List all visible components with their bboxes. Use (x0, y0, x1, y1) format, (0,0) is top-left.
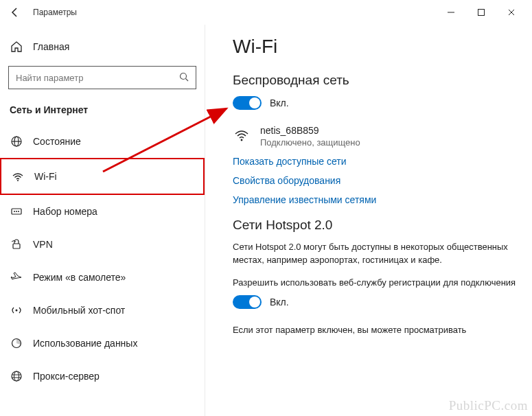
sidebar-item-airplane[interactable]: Режим «в самолете» (0, 261, 205, 294)
nav-list: Состояние Wi-Fi Набор номера VPN (0, 125, 205, 393)
close-button[interactable] (496, 1, 527, 23)
search-box[interactable] (8, 66, 196, 89)
link-hardware-props[interactable]: Свойства оборудования (233, 175, 524, 186)
sidebar-item-label: Использование данных (33, 338, 137, 349)
hotspot2-heading: Сети Hotspot 2.0 (233, 218, 524, 233)
vpn-icon (10, 238, 23, 251)
hotspot2-desc: Сети Hotspot 2.0 могут быть доступны в н… (233, 241, 521, 267)
sidebar-item-label: Состояние (33, 136, 81, 147)
wifi-signal-icon (233, 126, 251, 144)
svg-point-13 (16, 310, 18, 312)
wireless-heading: Беспроводная сеть (233, 73, 524, 88)
maximize-button[interactable] (466, 1, 496, 23)
home-button[interactable]: Главная (0, 33, 205, 60)
globe-icon (10, 135, 23, 148)
wifi-toggle-row: Вкл. (233, 96, 524, 110)
hotspot2-toggle-row: Вкл. (233, 295, 524, 309)
network-status: Подключено, защищено (260, 137, 360, 148)
search-input[interactable] (16, 73, 179, 83)
dialup-icon (10, 205, 23, 218)
proxy-icon (10, 369, 23, 383)
wifi-toggle[interactable] (233, 96, 262, 110)
window-buttons (436, 1, 527, 23)
svg-point-2 (181, 73, 187, 79)
svg-point-10 (16, 211, 17, 212)
hotspot2-toggle-label: Вкл. (270, 297, 289, 308)
wifi-icon (11, 170, 25, 183)
svg-point-19 (241, 139, 243, 141)
sidebar-item-label: Мобильный хот-спот (33, 305, 125, 316)
svg-point-11 (18, 211, 19, 212)
datausage-icon (10, 336, 23, 350)
hotspot2-toggle[interactable] (233, 295, 262, 309)
window-title: Параметры (33, 8, 77, 17)
sidebar-item-dialup[interactable]: Набор номера (0, 195, 205, 228)
sidebar-item-wifi[interactable]: Wi-Fi (0, 158, 205, 195)
sidebar-item-vpn[interactable]: VPN (0, 228, 205, 261)
svg-rect-1 (478, 10, 485, 16)
svg-point-9 (14, 211, 15, 212)
sidebar-item-label: Набор номера (33, 206, 97, 217)
link-manage-known[interactable]: Управление известными сетями (233, 194, 524, 205)
sidebar-item-hotspot[interactable]: Мобильный хот-спот (0, 294, 205, 327)
network-name: netis_68B859 (260, 125, 360, 136)
sidebar: Главная Сеть и Интернет Состояние Wi-Fi (0, 25, 205, 416)
sidebar-item-datausage[interactable]: Использование данных (0, 327, 205, 360)
svg-line-3 (186, 78, 189, 81)
sidebar-item-label: Прокси-сервер (33, 371, 100, 382)
section-heading: Сеть и Интернет (0, 100, 205, 125)
hotspot2-allow-label: Разрешить использовать веб-службу регист… (233, 277, 521, 290)
search-icon (179, 72, 189, 84)
sidebar-item-label: Wi-Fi (34, 171, 57, 182)
hotspot-icon (10, 303, 23, 317)
sidebar-item-label: Режим «в самолете» (33, 272, 126, 283)
current-network[interactable]: netis_68B859 Подключено, защищено (233, 125, 524, 148)
content-pane: Wi-Fi Беспроводная сеть Вкл. netis_68B85… (205, 25, 532, 416)
airplane-icon (10, 270, 23, 284)
back-button[interactable] (5, 3, 25, 22)
link-show-available[interactable]: Показать доступные сети (233, 156, 524, 167)
wifi-toggle-label: Вкл. (270, 97, 289, 108)
sidebar-item-status[interactable]: Состояние (0, 125, 205, 158)
sidebar-item-proxy[interactable]: Прокси-сервер (0, 360, 205, 393)
home-label: Главная (33, 41, 69, 52)
home-icon (10, 40, 23, 54)
svg-rect-12 (13, 244, 20, 249)
titlebar: Параметры (0, 0, 532, 25)
page-title: Wi-Fi (233, 36, 524, 58)
sidebar-item-label: VPN (33, 239, 53, 250)
hotspot2-note: Если этот параметр включен, вы можете пр… (233, 324, 521, 337)
minimize-button[interactable] (436, 1, 466, 23)
svg-point-7 (17, 180, 19, 181)
